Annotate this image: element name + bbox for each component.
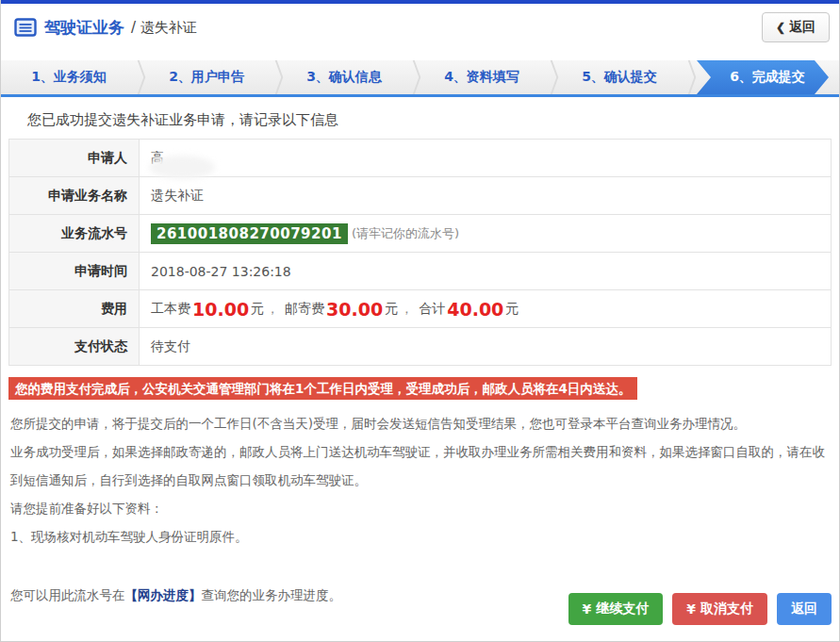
applicant-label: 申请人 <box>9 140 140 176</box>
page-title: 驾驶证业务 <box>44 17 124 39</box>
note-line: 请您提前准备好以下资料： <box>10 494 830 522</box>
fee-total-label: 合计 <box>419 301 445 318</box>
step-tab-2[interactable]: 2、用户申告 <box>146 60 267 94</box>
table-row-service: 申请业务名称 遗失补证 <box>8 177 832 215</box>
yuan-icon: ¥ <box>686 601 696 617</box>
fee-unit: 元 <box>251 301 264 318</box>
step-tab-1[interactable]: 1、业务须知 <box>8 60 129 94</box>
fee-item2-label: 邮寄费 <box>285 301 324 318</box>
table-row-status: 支付状态 待支付 <box>8 328 832 366</box>
pay-status-label: 支付状态 <box>9 328 140 365</box>
spacer <box>1 551 839 577</box>
cancel-pay-button[interactable]: ¥ 取消支付 <box>672 593 767 625</box>
step-separator-icon <box>680 60 697 94</box>
fee-item1-amount: 10.00 <box>192 299 249 320</box>
serial-value-cell: 261001808270079201 (请牢记你的流水号) <box>140 215 831 252</box>
serial-number-badge: 261001808270079201 <box>151 223 348 244</box>
yuan-icon: ¥ <box>583 601 592 617</box>
footer-actions: ¥ 继续支付 ¥ 取消支付 返回 <box>568 593 832 625</box>
submission-info-table: 申请人 高 申请业务名称 遗失补证 业务流水号 2610018082700792… <box>8 139 832 366</box>
applicant-value: 高 <box>140 140 831 176</box>
step-separator-icon <box>267 60 284 94</box>
step-tab-3[interactable]: 3、确认信息 <box>284 60 404 94</box>
page-header: 驾驶证业务 / 遗失补证 ❮ 返回 <box>1 4 839 51</box>
step-tab-6-active[interactable]: 6、完成提交 <box>697 60 829 94</box>
success-message: 您已成功提交遗失补证业务申请，请记录以下信息 <box>27 111 839 129</box>
breadcrumb-current: / 遗失补证 <box>131 19 197 37</box>
fee-comma: ， <box>400 301 413 318</box>
step-separator-icon <box>542 60 559 94</box>
apply-time-label: 申请时间 <box>9 253 140 289</box>
step-separator-icon <box>404 60 421 94</box>
payment-warning-banner: 您的费用支付完成后，公安机关交通管理部门将在1个工作日内受理，受理成功后，邮政人… <box>8 377 637 400</box>
fee-item1-label: 工本费 <box>151 301 190 318</box>
note-line: 业务成功受理后，如果选择邮政寄递的，邮政人员将上门送达机动车驾驶证，并收取办理业… <box>10 437 830 494</box>
note-line: 1、现场核对机动车驾驶人身份证明原件。 <box>10 522 830 551</box>
step-progress-bar: 1、业务须知 2、用户申告 3、确认信息 4、资料填写 5、确认提交 6、完成提… <box>1 60 839 97</box>
back-bottom-label: 返回 <box>791 601 817 617</box>
cancel-pay-label: 取消支付 <box>700 601 753 617</box>
service-name-value: 遗失补证 <box>140 177 831 214</box>
progress-hint-prefix: 您可以用此流水号在 <box>10 587 125 602</box>
progress-menu-reference: 【网办进度】 <box>125 587 202 602</box>
instruction-notes: 您所提交的申请，将于提交后的一个工作日(不含当天)受理，届时会发送短信告知受理结… <box>10 409 830 551</box>
back-button-label: 返回 <box>789 19 815 36</box>
step-separator-icon <box>129 60 146 94</box>
fee-unit: 元 <box>385 301 398 318</box>
table-row-applicant: 申请人 高 <box>8 140 832 177</box>
page: 驾驶证业务 / 遗失补证 ❮ 返回 1、业务须知 2、用户申告 3、确认信息 4… <box>0 0 840 642</box>
table-row-time: 申请时间 2018-08-27 13:26:18 <box>8 253 832 290</box>
fee-item2-amount: 30.00 <box>326 299 383 320</box>
fee-total-amount: 40.00 <box>447 299 503 320</box>
apply-time-value: 2018-08-27 13:26:18 <box>140 253 831 289</box>
serial-label: 业务流水号 <box>9 215 140 252</box>
back-button-top[interactable]: ❮ 返回 <box>762 12 830 42</box>
applicant-name-redacted: 高 <box>151 150 164 165</box>
continue-pay-button[interactable]: ¥ 继续支付 <box>568 593 664 625</box>
note-line: 您所提交的申请，将于提交后的一个工作日(不含当天)受理，届时会发送短信告知受理结… <box>10 409 830 437</box>
continue-pay-label: 继续支付 <box>596 601 649 617</box>
table-row-fee: 费用 工本费 10.00 元 ， 邮寄费 30.00 元 ， 合计 40.00 … <box>8 290 832 328</box>
fee-label: 费用 <box>9 290 140 327</box>
fee-comma: ， <box>266 301 279 318</box>
progress-hint-suffix: 查询您的业务办理进度。 <box>202 587 342 602</box>
fee-unit: 元 <box>505 301 519 318</box>
step-tab-5[interactable]: 5、确认提交 <box>559 60 680 94</box>
fee-value-cell: 工本费 10.00 元 ， 邮寄费 30.00 元 ， 合计 40.00 元 <box>140 290 831 327</box>
service-list-icon <box>14 18 37 37</box>
serial-note: (请牢记你的流水号) <box>352 225 459 242</box>
table-row-serial: 业务流水号 261001808270079201 (请牢记你的流水号) <box>8 215 832 253</box>
pay-status-value: 待支付 <box>140 328 831 365</box>
chevron-left-icon: ❮ <box>776 21 785 34</box>
step-tab-4[interactable]: 4、资料填写 <box>421 60 542 94</box>
back-button-bottom[interactable]: 返回 <box>777 593 832 625</box>
service-name-label: 申请业务名称 <box>9 177 140 214</box>
